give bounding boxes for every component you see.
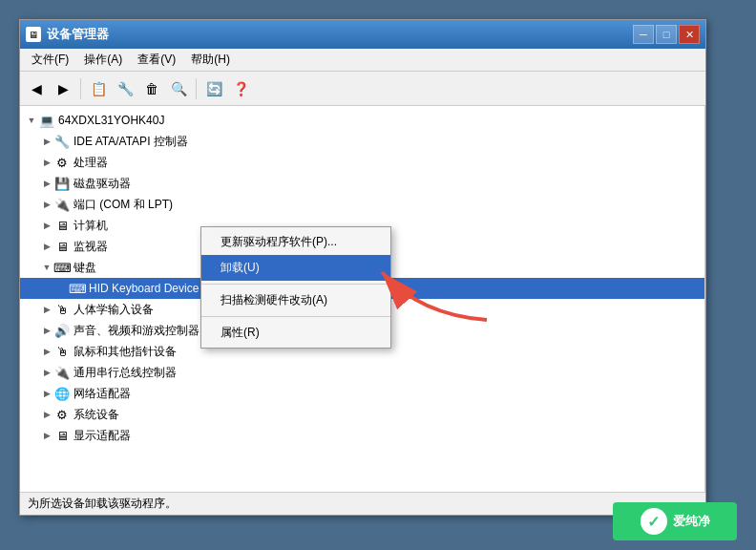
hid-keyboard-label: HID Keyboard Device — [89, 282, 199, 295]
network-label: 网络适配器 — [74, 386, 131, 402]
display-icon: 🖥 — [54, 428, 70, 443]
refresh-button[interactable]: 🔄 — [201, 76, 226, 101]
hid-expand-icon2[interactable]: ▶ — [39, 302, 54, 317]
hid-label: 人体学输入设备 — [74, 302, 154, 318]
disk-label: 磁盘驱动器 — [74, 176, 131, 192]
ports-icon: 🔌 — [54, 197, 70, 212]
title-bar-left: 🖥 设备管理器 — [26, 26, 109, 43]
computer-icon: 💻 — [39, 113, 54, 128]
ide-label: IDE ATA/ATAPI 控制器 — [74, 134, 188, 150]
ports-expand-icon[interactable]: ▶ — [39, 197, 54, 212]
watermark-icon: ✓ — [640, 508, 667, 535]
mouse-label: 鼠标和其他指针设备 — [74, 344, 177, 360]
back-button[interactable]: ◀ — [24, 76, 49, 101]
minimize-button[interactable]: ─ — [633, 25, 654, 44]
sound-label: 声音、视频和游戏控制器 — [74, 323, 200, 339]
tree-disk[interactable]: ▶ 💾 磁盘驱动器 — [20, 173, 704, 194]
display-expand-icon[interactable]: ▶ — [39, 428, 54, 443]
sound-expand-icon[interactable]: ▶ — [39, 323, 54, 338]
tree-root[interactable]: ▼ 💻 64XDXL31YOHK40J — [20, 110, 704, 131]
usb-expand-icon[interactable]: ▶ — [39, 365, 54, 380]
ide-icon: 🔧 — [54, 134, 70, 149]
title-controls: ─ □ ✕ — [633, 25, 700, 44]
tree-network[interactable]: ▶ 🌐 网络适配器 — [20, 383, 704, 404]
status-bar: 为所选设备卸载该驱动程序。 — [20, 492, 705, 515]
hid-icon: 🖱 — [54, 302, 70, 317]
uninstall-button[interactable]: 🗑 — [139, 76, 164, 101]
tree-usb[interactable]: ▶ 🔌 通用串行总线控制器 — [20, 362, 704, 383]
ctx-scan-hardware[interactable]: 扫描检测硬件改动(A) — [201, 287, 390, 313]
restore-button[interactable]: □ — [656, 25, 677, 44]
network-expand-icon[interactable]: ▶ — [39, 386, 54, 401]
watermark: ✓ 爱纯净 — [613, 502, 737, 540]
monitor-label: 监视器 — [74, 239, 108, 255]
window-title: 设备管理器 — [47, 26, 109, 43]
usb-icon: 🔌 — [54, 365, 70, 380]
ports-label: 端口 (COM 和 LPT) — [74, 197, 173, 213]
display-label: 显示适配器 — [74, 428, 131, 444]
tree-system[interactable]: ▶ ⚙ 系统设备 — [20, 404, 704, 425]
context-menu: 更新驱动程序软件(P)... 卸载(U) 扫描检测硬件改动(A) 属性(R) — [200, 226, 391, 349]
computer-node-icon: 🖥 — [54, 218, 70, 233]
mouse-icon: 🖱 — [54, 344, 70, 359]
monitor-icon: 🖥 — [54, 239, 70, 254]
sound-icon: 🔊 — [54, 323, 70, 338]
network-icon: 🌐 — [54, 386, 70, 401]
system-label: 系统设备 — [74, 407, 119, 423]
window-icon: 🖥 — [26, 27, 41, 42]
system-expand-icon[interactable]: ▶ — [39, 407, 54, 422]
update-driver-button[interactable]: 🔧 — [113, 76, 137, 101]
toolbar-separator-2 — [196, 78, 197, 99]
system-icon: ⚙ — [54, 407, 70, 422]
title-bar: 🖥 设备管理器 ─ □ ✕ — [20, 20, 705, 49]
ctx-update-driver[interactable]: 更新驱动程序软件(P)... — [201, 229, 390, 255]
processor-label: 处理器 — [74, 155, 108, 171]
menu-bar: 文件(F) 操作(A) 查看(V) 帮助(H) — [20, 49, 705, 72]
tree-processor[interactable]: ▶ ⚙ 处理器 — [20, 152, 704, 173]
menu-file[interactable]: 文件(F) — [24, 50, 76, 70]
menu-view[interactable]: 查看(V) — [130, 50, 183, 70]
disk-expand-icon[interactable]: ▶ — [39, 176, 54, 191]
help-button[interactable]: ❓ — [228, 76, 253, 101]
disk-icon: 💾 — [54, 176, 70, 191]
root-expand-icon[interactable]: ▼ — [24, 113, 39, 128]
keyboard-label: 键盘 — [74, 260, 96, 276]
ide-expand-icon[interactable]: ▶ — [39, 134, 54, 149]
toolbar-separator-1 — [80, 78, 81, 99]
usb-label: 通用串行总线控制器 — [74, 365, 177, 381]
forward-button[interactable]: ▶ — [51, 76, 75, 101]
hid-keyboard-icon: ⌨ — [70, 281, 85, 296]
root-label: 64XDXL31YOHK40J — [58, 114, 164, 127]
processor-icon: ⚙ — [54, 155, 70, 170]
mouse-expand-icon[interactable]: ▶ — [39, 344, 54, 359]
ctx-properties[interactable]: 属性(R) — [201, 320, 390, 346]
tree-display[interactable]: ▶ 🖥 显示适配器 — [20, 425, 704, 446]
status-text: 为所选设备卸载该驱动程序。 — [28, 496, 177, 512]
menu-action[interactable]: 操作(A) — [76, 50, 130, 70]
scan-button[interactable]: 🔍 — [166, 76, 191, 101]
processor-expand-icon[interactable]: ▶ — [39, 155, 54, 170]
keyboard-icon: ⌨ — [54, 260, 70, 275]
tree-ports[interactable]: ▶ 🔌 端口 (COM 和 LPT) — [20, 194, 704, 215]
close-button[interactable]: ✕ — [679, 25, 700, 44]
menu-help[interactable]: 帮助(H) — [183, 50, 238, 70]
ctx-separator — [201, 284, 390, 285]
toolbar: ◀ ▶ 📋 🔧 🗑 🔍 🔄 ❓ — [20, 72, 705, 106]
tree-ide[interactable]: ▶ 🔧 IDE ATA/ATAPI 控制器 — [20, 131, 704, 152]
computer-label: 计算机 — [74, 218, 108, 234]
watermark-text: 爱纯净 — [673, 513, 710, 530]
computer-expand-icon[interactable]: ▶ — [39, 218, 54, 233]
ctx-separator-2 — [201, 316, 390, 317]
ctx-uninstall[interactable]: 卸载(U) — [201, 255, 390, 281]
properties-button[interactable]: 📋 — [86, 76, 111, 101]
monitor-expand-icon[interactable]: ▶ — [39, 239, 54, 254]
